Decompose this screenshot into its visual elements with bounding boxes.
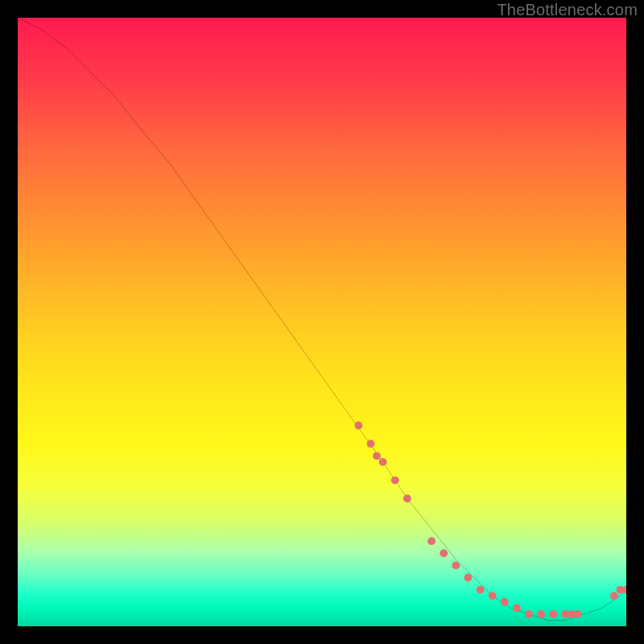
data-dot: [379, 458, 387, 466]
data-dot: [477, 586, 485, 594]
data-dot: [440, 549, 448, 557]
data-dot: [373, 452, 381, 460]
data-dot: [537, 610, 545, 618]
data-dot: [549, 610, 557, 618]
data-dot: [427, 537, 436, 545]
chart-container: TheBottleneck.com: [0, 0, 644, 644]
data-dot: [525, 610, 533, 618]
chart-svg: [18, 18, 626, 626]
data-dot: [513, 604, 521, 612]
data-dot: [464, 574, 473, 582]
data-dot: [354, 422, 362, 430]
plot-area: [18, 18, 626, 626]
data-dot: [489, 592, 497, 600]
data-dot: [403, 494, 411, 502]
data-dot: [574, 610, 582, 618]
data-dot: [501, 598, 509, 606]
data-dot: [610, 592, 618, 600]
data-dot: [452, 561, 460, 569]
bottleneck-curve: [18, 18, 626, 620]
data-dot: [391, 477, 399, 485]
data-dot: [367, 440, 375, 448]
watermark-text: TheBottleneck.com: [497, 0, 638, 19]
data-dots: [354, 422, 626, 618]
